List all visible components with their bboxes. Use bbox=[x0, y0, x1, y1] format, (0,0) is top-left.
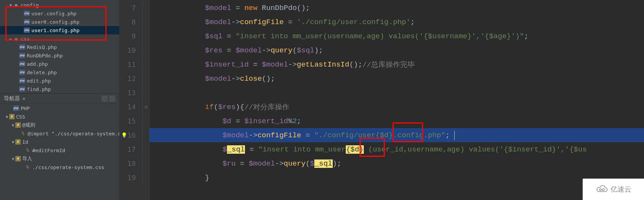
code-line[interactable]: $sql = "insert into mm_user(username,age… bbox=[150, 29, 644, 43]
fold-marker bbox=[143, 15, 149, 29]
fold-marker bbox=[143, 57, 149, 72]
tree-item-label: user1.config.php bbox=[31, 28, 79, 33]
tree-item-label: css bbox=[21, 36, 30, 42]
fold-marker bbox=[143, 43, 149, 57]
navigator-item[interactable]: %./css/operate-system.css bbox=[0, 163, 119, 171]
navigator-header[interactable]: 导航器 × bbox=[0, 94, 119, 104]
navigator-item[interactable]: phpPHP bbox=[0, 104, 119, 112]
php-file-icon: php bbox=[19, 61, 25, 67]
line-number: 9 bbox=[120, 29, 143, 43]
text-cursor bbox=[454, 131, 455, 140]
navigator-panel: 导航器 × phpPHP▼#CSS▼#@规则%@import "./css/op… bbox=[0, 93, 119, 200]
code-line[interactable]: $model = new RunDbPdo(); bbox=[150, 1, 644, 15]
fold-marker[interactable]: ⊟ bbox=[143, 100, 149, 114]
code-line[interactable]: $model->close(); bbox=[150, 72, 644, 86]
code-line[interactable]: } bbox=[150, 171, 644, 185]
php-file-icon: php bbox=[24, 11, 30, 16]
tree-file[interactable]: phpuser1.config.php bbox=[0, 26, 119, 34]
line-number: 8 bbox=[120, 15, 143, 29]
fold-marker bbox=[143, 86, 149, 100]
code-line[interactable]: $model->configFile = "./config/user{$d}.… bbox=[150, 128, 644, 142]
fold-marker bbox=[143, 72, 149, 86]
folder-icon: ▣ bbox=[13, 36, 19, 42]
sidebar: ▼▣configphpuser.config.phpphpuser0.confi… bbox=[0, 0, 120, 200]
line-number-gutter: 78910111213141516171819 bbox=[120, 0, 143, 200]
chevron-icon: ▼ bbox=[8, 3, 13, 7]
toolbar-button[interactable] bbox=[102, 96, 108, 102]
php-file-icon: php bbox=[24, 19, 30, 24]
tree-file[interactable]: phpRedisQ.php bbox=[0, 43, 119, 51]
fold-marker bbox=[143, 29, 149, 43]
chevron-icon: ▼ bbox=[11, 140, 15, 144]
code-area[interactable]: $model = new RunDbPdo(); $model->configF… bbox=[150, 0, 644, 200]
tree-item-label: RunDbPdo.php bbox=[27, 53, 63, 59]
tree-file[interactable]: phpedit.php bbox=[0, 76, 119, 85]
php-file-icon: php bbox=[19, 53, 25, 58]
line-number: 13 bbox=[120, 86, 143, 100]
code-line[interactable]: $_sql = "insert into mm_user{$d} (user_i… bbox=[150, 142, 644, 156]
navigator-item[interactable]: %#editFormId bbox=[0, 146, 119, 154]
tree-file[interactable]: phpdelete.php bbox=[0, 68, 119, 76]
hashtag-icon: % bbox=[20, 130, 26, 137]
fold-marker bbox=[143, 114, 149, 128]
tree-item-label: delete.php bbox=[27, 70, 57, 75]
navigator-item[interactable]: ▼#CSS bbox=[0, 112, 119, 121]
line-number: 11 bbox=[120, 57, 143, 72]
toolbar-button[interactable] bbox=[109, 96, 115, 102]
code-line[interactable] bbox=[150, 86, 644, 100]
navigator-item-label: ./css/operate-system.css bbox=[32, 164, 104, 170]
chevron-icon: ▼ bbox=[11, 123, 15, 127]
line-number: 7 bbox=[120, 1, 143, 15]
line-number: 10 bbox=[120, 43, 143, 57]
tree-file[interactable]: phpuser.config.php bbox=[0, 9, 119, 18]
hashtag-icon: % bbox=[25, 147, 31, 153]
code-line[interactable]: $ru = $model->query($_sql); bbox=[150, 156, 644, 171]
tree-file[interactable]: phpuser0.config.php bbox=[0, 18, 119, 26]
fold-marker bbox=[143, 142, 149, 156]
code-editor[interactable]: 78910111213141516171819 ⊟ $model = new R… bbox=[120, 0, 644, 200]
fold-marker bbox=[143, 1, 149, 15]
search-highlight: _sql bbox=[314, 159, 333, 168]
chevron-icon: ▼ bbox=[11, 157, 15, 161]
tree-item-label: find.php bbox=[27, 86, 51, 92]
line-number: 15 bbox=[120, 114, 143, 128]
tree-item-label: user.config.php bbox=[31, 11, 76, 16]
navigator-toolbar bbox=[102, 96, 115, 102]
tree-folder[interactable]: ▼▣config bbox=[0, 1, 119, 9]
navigator-title: 导航器 bbox=[4, 95, 20, 102]
tree-file[interactable]: phpfind.php bbox=[0, 85, 119, 93]
close-icon[interactable]: × bbox=[22, 96, 25, 102]
navigator-item[interactable]: ▼#导入 bbox=[0, 154, 119, 163]
navigator-item-label: @import "./css/operate-system.css bbox=[28, 131, 127, 137]
php-file-icon: php bbox=[19, 86, 25, 92]
tree-item-label: add.php bbox=[27, 61, 48, 67]
code-line[interactable]: $model->configFile = './config/user.conf… bbox=[150, 15, 644, 29]
fold-marker bbox=[143, 128, 149, 142]
php-file-icon: php bbox=[19, 70, 25, 75]
line-number: 12 bbox=[120, 72, 143, 86]
navigator-item[interactable]: ▼#@规则 bbox=[0, 121, 119, 129]
fold-marker bbox=[143, 171, 149, 185]
css-icon: # bbox=[15, 122, 21, 128]
php-file-icon: php bbox=[19, 44, 25, 50]
navigator-item-label: #editFormId bbox=[32, 148, 65, 153]
fold-column: ⊟ bbox=[143, 0, 150, 200]
line-number: 17 bbox=[120, 142, 143, 156]
code-line[interactable]: $insert_id = $model->getLastInsId();//总库… bbox=[150, 57, 644, 72]
code-line[interactable]: if($res){//对分库操作 bbox=[150, 100, 644, 114]
navigator-item-label: CSS bbox=[16, 114, 25, 120]
navigator-item-label: @规则 bbox=[22, 122, 35, 128]
line-number: 19 bbox=[120, 171, 143, 185]
navigator-item[interactable]: ▼#Id bbox=[0, 138, 119, 146]
navigator-item[interactable]: %@import "./css/operate-system.css bbox=[0, 129, 119, 138]
tree-folder[interactable]: ▶▣css bbox=[0, 34, 119, 43]
code-line[interactable]: $res = $model->query($sql); bbox=[150, 43, 644, 57]
line-number: 16 bbox=[120, 128, 143, 142]
tree-file[interactable]: phpRunDbPdo.php bbox=[0, 51, 119, 60]
php-file-icon: php bbox=[19, 78, 25, 83]
code-line[interactable]: $d = $insert_id%2; bbox=[150, 114, 644, 128]
tree-file[interactable]: phpadd.php bbox=[0, 60, 119, 68]
php-file-icon: php bbox=[24, 28, 30, 33]
hashtag-icon: % bbox=[25, 164, 31, 170]
search-highlight: _sql bbox=[227, 145, 245, 154]
